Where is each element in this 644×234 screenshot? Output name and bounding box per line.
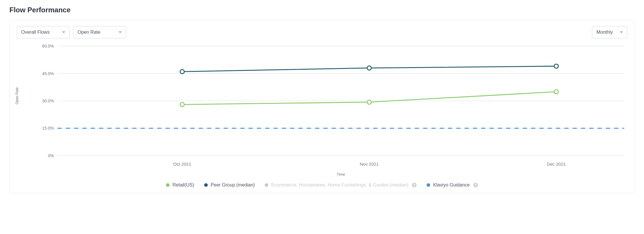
legend-dot-icon [204,183,208,187]
legend-dot-icon [427,183,430,187]
chevron-down-icon [620,31,623,33]
chevron-down-icon [62,31,65,33]
toolbar: Overall Flows Open Rate Monthly [17,26,627,38]
svg-text:15.0%: 15.0% [42,126,54,130]
legend-label: Klaviyo Guidance [433,182,470,188]
svg-point-15 [180,102,184,106]
page-title: Flow Performance [9,6,635,14]
legend-item[interactable]: Klaviyo Guidance? [427,182,478,188]
metric-select-label: Open Rate [78,30,100,35]
metric-select[interactable]: Open Rate [73,26,126,38]
svg-point-20 [554,64,558,68]
svg-text:Oct 2021: Oct 2021 [173,162,191,167]
legend-label: Peer Group (median) [211,182,255,188]
svg-text:0%: 0% [48,153,54,158]
legend-label: Retail(US) [172,182,194,188]
chart-panel: Overall Flows Open Rate Monthly Open Rat… [9,20,635,193]
chart-area: 0%15.0%30.0%45.0%60.0%Oct 2021Nov 2021De… [34,43,627,179]
chevron-down-icon [119,31,122,33]
svg-text:Nov 2021: Nov 2021 [360,162,379,167]
legend-label: Ecommerce, Housewares, Home Furnishings,… [271,182,408,188]
legend-item[interactable]: Ecommerce, Housewares, Home Furnishings,… [265,182,417,188]
period-select-label: Monthly [596,30,613,35]
svg-text:30.0%: 30.0% [42,99,54,103]
legend-dot-icon [265,183,268,187]
help-icon[interactable]: ? [473,183,478,187]
svg-text:Dec 2021: Dec 2021 [547,162,566,167]
y-axis-label: Open Rate [15,87,19,104]
help-icon[interactable]: ? [412,183,417,187]
svg-point-19 [367,66,371,70]
legend: Retail(US)Peer Group (median)Ecommerce, … [17,182,627,188]
period-select[interactable]: Monthly [592,26,627,38]
svg-text:45.0%: 45.0% [42,71,54,76]
svg-text:Time: Time [337,172,345,177]
flow-select[interactable]: Overall Flows [17,26,70,38]
chart-svg: 0%15.0%30.0%45.0%60.0%Oct 2021Nov 2021De… [34,43,627,179]
legend-item[interactable]: Retail(US) [166,182,194,188]
svg-point-18 [180,69,184,74]
legend-item[interactable]: Peer Group (median) [204,182,255,188]
svg-point-17 [554,90,558,94]
flow-select-label: Overall Flows [21,30,50,35]
svg-point-16 [367,100,371,104]
svg-text:60.0%: 60.0% [42,44,54,48]
legend-dot-icon [166,183,170,187]
